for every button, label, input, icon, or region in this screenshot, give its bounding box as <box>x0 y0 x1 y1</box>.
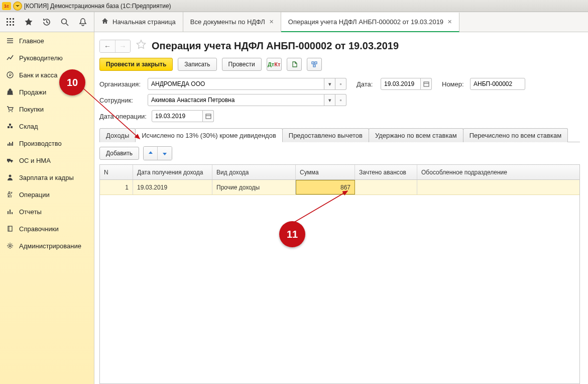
sidebar-label: Главное <box>19 37 44 45</box>
dropdown-icon[interactable]: ▾ <box>324 94 335 106</box>
col-sum[interactable]: Сумма <box>296 165 355 179</box>
svg-point-24 <box>11 161 13 163</box>
col-dep[interactable]: Обособленное подразделение <box>417 165 579 179</box>
sidebar-item-refs[interactable]: Справочники <box>0 220 94 237</box>
attach-button[interactable] <box>287 58 302 71</box>
sidebar-item-main[interactable]: Главное <box>0 32 94 49</box>
svg-rect-3 <box>7 21 8 23</box>
row-employee: Сотрудник: Акимова Анастасия Петровна ▾ … <box>94 92 588 108</box>
tab-all-docs[interactable]: Все документы по НДФЛ ✕ <box>183 12 281 32</box>
bell-icon[interactable] <box>77 17 88 28</box>
tab-current-doc[interactable]: Операция учета НДФЛ АНБП-000002 от 19.03… <box>281 13 459 32</box>
post-and-close-button[interactable]: Провести и закрыть <box>99 58 173 71</box>
sidebar-label: Производство <box>19 140 62 147</box>
svg-rect-15 <box>8 126 10 128</box>
forward-button[interactable]: → <box>115 40 130 52</box>
structure-button[interactable] <box>307 58 322 71</box>
opdate-input[interactable]: 19.03.2019 <box>152 110 203 122</box>
svg-rect-17 <box>9 124 11 126</box>
svg-point-25 <box>9 175 12 177</box>
tab-home-label: Начальная страница <box>112 18 176 26</box>
row-organization: Организация: АНДРОМЕДА ООО ▾ ▫ Дата: 19.… <box>94 76 588 92</box>
sidebar-label: Склад <box>19 123 38 130</box>
svg-rect-8 <box>13 24 14 26</box>
sidebar-item-warehouse[interactable]: Склад <box>0 118 94 135</box>
svg-rect-18 <box>8 144 9 146</box>
sidebar-item-assets[interactable]: ОС и НМА <box>0 152 94 169</box>
svg-rect-21 <box>12 142 13 146</box>
sidebar-label: Банк и касса <box>19 71 58 79</box>
cell-n[interactable]: 1 <box>100 180 133 195</box>
open-ref-icon[interactable]: ▫ <box>335 94 346 106</box>
number-input[interactable]: АНБП-000002 <box>470 78 525 90</box>
svg-rect-6 <box>7 24 8 26</box>
open-ref-icon[interactable]: ▫ <box>335 78 346 90</box>
svg-point-31 <box>9 245 11 247</box>
dtkt-button[interactable]: ДтКт <box>267 58 282 71</box>
favorite-star-icon[interactable] <box>136 39 147 53</box>
factory-icon <box>6 139 14 147</box>
sidebar-item-manager[interactable]: Руководителю <box>0 49 94 66</box>
move-down-button[interactable] <box>158 147 172 160</box>
svg-rect-32 <box>312 62 314 64</box>
apps-grid-icon[interactable] <box>5 17 16 28</box>
sidebar-item-purchases[interactable]: Покупки <box>0 101 94 118</box>
menu-lines-icon <box>6 37 14 45</box>
itab-withheld[interactable]: Удержано по всем ставкам <box>369 128 463 142</box>
svg-rect-29 <box>8 226 12 231</box>
itab-calc13[interactable]: Исчислено по 13% (30%) кроме дивидендов <box>135 128 283 142</box>
itab-deductions[interactable]: Предоставлено вычетов <box>282 128 369 142</box>
cell-avans[interactable] <box>355 180 417 195</box>
close-icon[interactable]: ✕ <box>269 19 274 25</box>
col-avans[interactable]: Зачтено авансов <box>355 165 417 179</box>
book-icon <box>6 225 14 233</box>
move-up-button[interactable] <box>144 147 158 160</box>
add-row-button[interactable]: Добавить <box>99 147 139 160</box>
col-date[interactable]: Дата получения дохода <box>133 165 212 179</box>
nav-back-forward: ← → <box>99 40 131 53</box>
sidebar-item-operations[interactable]: ДтКт Операции <box>0 186 94 203</box>
dropdown-icon[interactable]: ▾ <box>324 78 335 90</box>
write-button[interactable]: Записать <box>178 58 216 71</box>
search-icon[interactable] <box>59 17 70 28</box>
document-tabs: Начальная страница Все документы по НДФЛ… <box>94 12 588 32</box>
sidebar-item-reports[interactable]: Отчеты <box>0 203 94 220</box>
gear-icon <box>6 242 14 250</box>
star-icon[interactable] <box>23 17 34 28</box>
home-icon <box>101 18 108 26</box>
svg-rect-7 <box>10 24 11 26</box>
sidebar-item-hr[interactable]: Зарплата и кадры <box>0 169 94 186</box>
bars-icon <box>6 208 14 216</box>
main-toolbar: Начальная страница Все документы по НДФЛ… <box>0 12 588 32</box>
close-icon[interactable]: ✕ <box>447 19 452 25</box>
window-title: [КОПИЯ] Демонстрационная база (1С:Предпр… <box>24 3 171 10</box>
sidebar-item-admin[interactable]: Администрирование <box>0 237 94 254</box>
svg-line-10 <box>66 23 69 26</box>
app-menu-dropdown-icon[interactable] <box>13 2 22 11</box>
date-input[interactable]: 19.03.2019 <box>381 78 421 90</box>
annotation-bubble-10: 10 <box>59 69 85 95</box>
calendar-icon[interactable] <box>203 110 214 122</box>
post-button[interactable]: Провести <box>222 58 262 71</box>
col-type[interactable]: Вид дохода <box>212 165 296 179</box>
svg-point-9 <box>62 19 67 24</box>
svg-rect-26 <box>8 211 9 214</box>
calendar-icon[interactable] <box>421 78 432 90</box>
tab-home[interactable]: Начальная страница <box>94 12 183 32</box>
cell-type[interactable]: Прочие доходы <box>212 180 296 195</box>
svg-line-40 <box>294 191 347 222</box>
svg-rect-28 <box>12 212 13 214</box>
history-icon[interactable] <box>41 17 52 28</box>
cell-dep[interactable] <box>417 180 579 195</box>
back-button[interactable]: ← <box>100 40 115 52</box>
employee-input[interactable]: Акимова Анастасия Петровна <box>148 94 324 106</box>
itab-transferred[interactable]: Перечислено по всем ставкам <box>463 128 568 142</box>
cell-date[interactable]: 19.03.2019 <box>133 180 212 195</box>
annotation-bubble-11: 11 <box>279 221 305 247</box>
grid-toolbar: Добавить <box>94 142 588 164</box>
org-input[interactable]: АНДРОМЕДА ООО <box>148 78 324 90</box>
sidebar-label: Администрирование <box>19 242 81 250</box>
sidebar-item-production[interactable]: Производство <box>0 135 94 152</box>
col-n[interactable]: N <box>100 165 133 179</box>
date-label: Дата: <box>357 80 377 88</box>
